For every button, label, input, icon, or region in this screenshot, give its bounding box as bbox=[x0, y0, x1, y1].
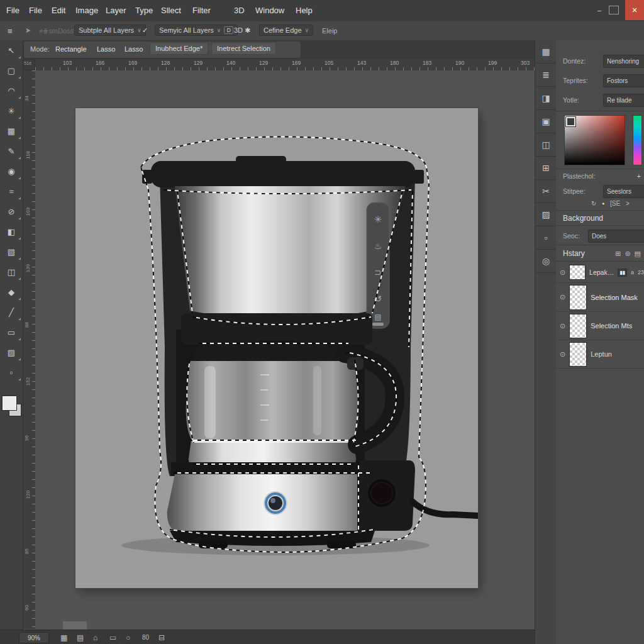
refresh-icon[interactable]: ↻ bbox=[591, 200, 596, 207]
menu-layer[interactable]: Layer bbox=[106, 6, 126, 15]
layer-row-lepak[interactable]: ⊙ Lepak… ▮▮ a 23 bbox=[556, 262, 644, 283]
threed-toggle[interactable]: 3D ✱ bbox=[234, 26, 250, 35]
list-icon[interactable]: ▤ bbox=[635, 250, 641, 258]
hue-slider[interactable] bbox=[633, 115, 642, 165]
sample-layers-dropdown[interactable]: Subtple All Layers ∨ bbox=[74, 25, 146, 36]
channels-panel-button[interactable]: ▨ bbox=[535, 203, 557, 226]
add-preset-button[interactable]: + bbox=[637, 172, 641, 180]
layer-thumbnail[interactable] bbox=[569, 342, 587, 367]
panel-divider bbox=[556, 210, 644, 211]
blur-tool[interactable]: ◫ bbox=[0, 262, 23, 282]
dodge-icon: ◆ bbox=[8, 287, 14, 297]
menu-edit[interactable]: Edit bbox=[52, 6, 65, 15]
type-dropdown[interactable]: Fostors ∨ bbox=[603, 74, 644, 87]
pen-tool[interactable]: ╱ bbox=[0, 302, 23, 322]
layer-name: Lepak… bbox=[589, 269, 614, 276]
lasso-tool[interactable]: ◠ bbox=[0, 80, 23, 101]
mode-refine-edge[interactable]: Inubhect Edge* bbox=[150, 42, 208, 55]
toggle-icon[interactable]: ⊟ bbox=[158, 633, 165, 642]
mode-rectangle[interactable]: Rectangle bbox=[55, 45, 87, 53]
gradient-tool[interactable]: ▧ bbox=[0, 242, 23, 262]
visibility-eye-icon[interactable]: ⊙ bbox=[560, 322, 565, 330]
info-panel-button[interactable]: ◨ bbox=[535, 87, 557, 110]
marquee-tool[interactable]: ▢ bbox=[0, 60, 23, 80]
menu-filter[interactable]: Filter bbox=[192, 6, 211, 15]
help-link[interactable]: Eleip bbox=[322, 27, 337, 35]
menu-3d[interactable]: 3D bbox=[234, 6, 245, 15]
swatches-panel-button[interactable]: ◫ bbox=[535, 133, 557, 157]
crop-tool[interactable]: ▦ bbox=[0, 121, 23, 141]
menu-type[interactable]: Type bbox=[135, 6, 153, 15]
histogram-panel-button[interactable]: ▦ bbox=[535, 40, 557, 64]
zoom-level-field[interactable]: 90% bbox=[19, 632, 49, 643]
sample-all-layers-dropdown[interactable]: Semyic All Layers ∨ D bbox=[155, 25, 238, 36]
mode-intersect-selection[interactable]: Inetrect Selection bbox=[211, 42, 276, 55]
workspace-icon[interactable]: ▤ bbox=[77, 633, 84, 642]
menu-window[interactable]: Window bbox=[255, 6, 284, 15]
menu-file[interactable]: File bbox=[29, 6, 42, 15]
display-icon[interactable]: ▭ bbox=[109, 633, 116, 642]
menu-select[interactable]: Sllect bbox=[161, 6, 181, 15]
dodge-tool[interactable]: ◆ bbox=[0, 282, 23, 302]
tile-view-icon[interactable]: ▦ bbox=[60, 633, 67, 642]
healing-tool[interactable]: ◉ bbox=[0, 161, 23, 181]
source-dropdown[interactable]: Does ∨ bbox=[588, 230, 644, 243]
adjustments-panel-button[interactable]: ✂ bbox=[535, 180, 557, 203]
eraser-tool[interactable]: ◧ bbox=[0, 221, 23, 242]
brush-tool[interactable]: ≈ bbox=[0, 181, 23, 201]
shape-tool[interactable]: ▫ bbox=[0, 362, 23, 382]
styles-panel-button[interactable]: ⊞ bbox=[535, 157, 557, 180]
layer-thumbnail[interactable] bbox=[569, 285, 587, 310]
base-knob bbox=[368, 479, 396, 507]
paths-panel-button[interactable]: ▫ bbox=[535, 226, 557, 250]
layer-row-selection-mts[interactable]: ⊙ Selection Mts bbox=[556, 312, 644, 340]
mode-row-dropdown[interactable]: Re tilade ∨ bbox=[603, 94, 644, 107]
layer-row-selection-mask[interactable]: ⊙ Selection Mask bbox=[556, 283, 644, 312]
color-swatches[interactable] bbox=[3, 396, 21, 418]
base-power-button bbox=[264, 491, 287, 515]
visibility-eye-icon[interactable]: ⊙ bbox=[560, 350, 565, 358]
contents-dropdown[interactable]: Nenshoring ∨ bbox=[603, 55, 644, 68]
check-icon[interactable]: ✓ bbox=[142, 26, 148, 35]
document-tab[interactable] bbox=[63, 621, 87, 630]
visibility-eye-icon[interactable]: ⊙ bbox=[560, 293, 565, 301]
magic-wand-tool[interactable]: ✳ bbox=[0, 101, 23, 121]
move-tool[interactable]: ↖ bbox=[0, 40, 23, 60]
clone-stamp-tool[interactable]: ⊘ bbox=[0, 201, 23, 221]
path-select-tool[interactable]: ▨ bbox=[0, 342, 23, 362]
minimize-button[interactable]: – bbox=[592, 4, 606, 16]
layer-thumbnail[interactable] bbox=[569, 265, 586, 280]
layer-thumbnail[interactable] bbox=[569, 314, 587, 338]
color-panel-button[interactable]: ▣ bbox=[535, 110, 557, 133]
menu-file-icon[interactable]: File bbox=[6, 6, 19, 15]
color-picker-field[interactable] bbox=[564, 115, 625, 165]
color-picker-selector[interactable] bbox=[566, 117, 575, 126]
visibility-eye-icon[interactable]: ⊙ bbox=[560, 269, 565, 277]
h-ruler-num: 190 bbox=[455, 60, 464, 66]
output-dropdown[interactable]: Seeslors ∨ bbox=[603, 185, 644, 198]
target-icon[interactable]: ⊚ bbox=[625, 250, 630, 258]
mode-lasso-1[interactable]: Lasso bbox=[97, 45, 115, 53]
clock-icon[interactable]: ○ bbox=[126, 633, 130, 642]
home-icon[interactable]: ⌂ bbox=[93, 633, 97, 642]
grid-icon[interactable]: ⊞ bbox=[615, 250, 621, 258]
coffee-maker-image[interactable]: ✳ ♨ ⊃ ↺ ▤ bbox=[75, 108, 478, 588]
type-tool[interactable]: ▭ bbox=[0, 322, 23, 342]
maximize-button[interactable] bbox=[609, 6, 619, 14]
navigator-panel-button[interactable]: ≣ bbox=[535, 64, 557, 87]
refine-edge-dropdown[interactable]: Cefine Edge ∨ bbox=[259, 25, 313, 36]
mode-row: Yotle: Re tilade ∨ bbox=[563, 96, 641, 104]
panel-menu-icon[interactable]: ≡ bbox=[8, 26, 13, 36]
menu-image[interactable]: Image bbox=[75, 6, 98, 15]
close-button[interactable]: ✕ bbox=[625, 0, 644, 20]
foreground-color-swatch[interactable] bbox=[3, 396, 16, 410]
menu-help[interactable]: Help bbox=[296, 6, 313, 15]
eyedropper-tool[interactable]: ✎ bbox=[0, 141, 23, 161]
mode-lasso-2[interactable]: Lasso bbox=[125, 45, 143, 53]
photo-document[interactable]: ✳ ♨ ⊃ ↺ ▤ bbox=[75, 108, 478, 588]
chevron-right-icon[interactable]: > bbox=[626, 200, 630, 207]
layer-row-leptun[interactable]: ⊙ Leptun bbox=[556, 340, 644, 369]
tool-preset-arrow-icon[interactable]: ➤ bbox=[25, 26, 31, 35]
swatch-icon[interactable]: ▪ bbox=[602, 200, 604, 207]
layers-panel-button[interactable]: ◎ bbox=[535, 250, 557, 273]
